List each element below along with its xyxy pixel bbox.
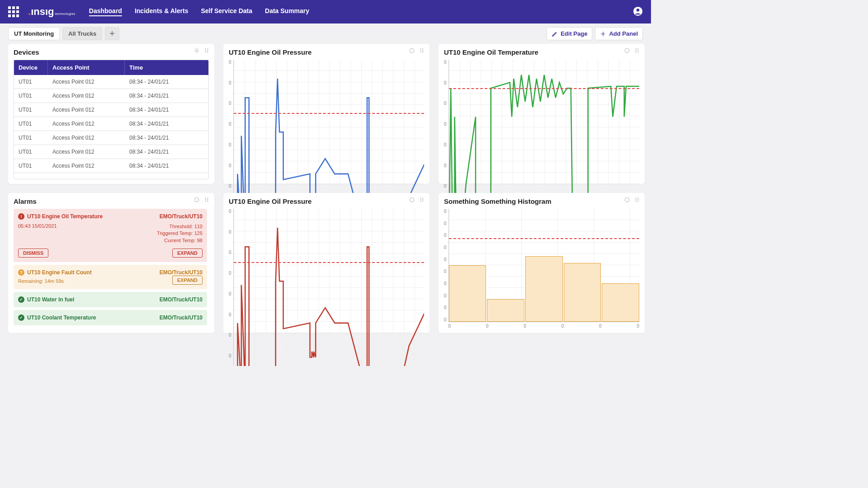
- svg-point-5: [205, 50, 206, 51]
- gear-icon[interactable]: [409, 197, 415, 203]
- alarm-detail: Triggered Temp: 125: [157, 230, 203, 237]
- svg-point-35: [420, 201, 421, 202]
- drag-icon[interactable]: [634, 47, 640, 54]
- table-row[interactable]: UT01Access Point 01208:34 - 24/01/21: [14, 75, 208, 89]
- devices-header: Device Access Point Time: [14, 60, 208, 75]
- nav-self-service[interactable]: Self Service Data: [201, 7, 252, 16]
- svg-point-28: [205, 201, 206, 202]
- dismiss-button[interactable]: DISMISS: [18, 249, 48, 258]
- svg-point-15: [422, 52, 423, 52]
- alarm-detail: Threshold: 110: [157, 223, 203, 230]
- table-row[interactable]: UT01Access Point 01208:34 - 24/01/21: [14, 159, 208, 173]
- devices-title: Devices: [14, 48, 209, 56]
- apps-icon[interactable]: [8, 6, 19, 17]
- alarm-time: 05:43 15/01/2021: [18, 223, 57, 244]
- tab-all-trucks[interactable]: All Trucks: [62, 27, 102, 40]
- drag-icon[interactable]: [203, 197, 210, 203]
- table-row[interactable]: UT01Access Point 01208:34 - 24/01/21: [14, 103, 208, 117]
- svg-point-2: [196, 50, 198, 52]
- svg-point-37: [625, 197, 629, 202]
- chart-oil-pressure: UT10 Engine Oil Pressure 0000000000 0000…: [223, 44, 429, 184]
- svg-point-36: [422, 201, 423, 202]
- svg-point-6: [207, 50, 208, 51]
- table-row[interactable]: UT01Access Point 01208:34 - 24/01/21: [14, 117, 208, 131]
- alarm-path: EMO/Truck/UT10: [160, 213, 203, 220]
- svg-point-7: [205, 52, 206, 52]
- devices-body[interactable]: UT01Access Point 01208:34 - 24/01/21UT01…: [14, 75, 208, 179]
- drag-icon[interactable]: [634, 197, 640, 203]
- status-icon: ?: [18, 269, 24, 276]
- svg-point-24: [205, 197, 206, 198]
- svg-point-43: [637, 201, 638, 202]
- svg-point-25: [207, 197, 208, 198]
- histo-bar: [564, 263, 601, 322]
- svg-point-10: [420, 48, 421, 49]
- pencil-icon: [552, 31, 558, 37]
- logo-text: ınsıg: [31, 6, 54, 18]
- drag-icon[interactable]: [419, 47, 425, 54]
- svg-point-14: [420, 52, 421, 52]
- alarm-remaining: Remaining: 14m 59s: [18, 278, 64, 284]
- alarms-panel: Alarms !UT10 Engine Oil TemperatureEMO/T…: [8, 193, 214, 333]
- nav-data-summary[interactable]: Data Summary: [265, 7, 309, 16]
- alarm-title: UT10 Coolant Temperature: [27, 314, 96, 321]
- user-icon[interactable]: [633, 6, 643, 18]
- alarm-title: UT10 Engine Fault Count: [27, 269, 92, 276]
- header: .ınsıgtechnologies Dashboard Incidents &…: [0, 0, 651, 23]
- plus-icon: [600, 31, 606, 37]
- svg-point-31: [420, 197, 421, 198]
- nav-dashboard[interactable]: Dashboard: [89, 7, 122, 16]
- add-panel-button[interactable]: Add Panel: [595, 27, 643, 40]
- svg-point-17: [636, 48, 637, 49]
- tab-add[interactable]: [105, 27, 119, 40]
- nav: Dashboard Incidents & Alerts Self Servic…: [89, 7, 309, 16]
- gear-icon[interactable]: [624, 47, 630, 54]
- svg-point-16: [625, 48, 629, 52]
- drag-icon[interactable]: [419, 197, 425, 203]
- add-panel-label: Add Panel: [609, 30, 638, 37]
- histo-bar: [487, 299, 524, 322]
- gear-icon[interactable]: [409, 47, 415, 54]
- table-row[interactable]: UT01Access Point 01208:34 - 24/01/21: [14, 145, 208, 159]
- histo-plot: [448, 209, 639, 322]
- svg-point-8: [207, 52, 208, 52]
- svg-point-34: [422, 199, 423, 200]
- table-row[interactable]: UT01Access Point 01208:34 - 24/01/21: [14, 131, 208, 145]
- nav-incidents[interactable]: Incidents & Alerts: [135, 7, 189, 16]
- gear-icon[interactable]: [193, 197, 200, 203]
- svg-point-13: [422, 50, 423, 51]
- tab-ut-monitoring[interactable]: UT Monitoring: [8, 27, 60, 40]
- svg-point-27: [207, 199, 208, 200]
- histo-bar: [602, 283, 639, 322]
- expand-button[interactable]: EXPAND: [172, 276, 203, 285]
- table-row[interactable]: UT01Access Point 01208:34 - 24/01/21: [14, 89, 208, 103]
- alarms-title: Alarms: [14, 197, 209, 205]
- histo-bar: [525, 256, 563, 322]
- svg-point-23: [194, 197, 198, 202]
- svg-point-1: [637, 9, 639, 11]
- expand-button[interactable]: EXPAND: [172, 249, 203, 258]
- col-device: Device: [14, 60, 48, 75]
- svg-point-3: [205, 48, 206, 49]
- col-time: Time: [125, 60, 208, 75]
- svg-point-11: [422, 48, 423, 49]
- svg-point-40: [636, 199, 637, 200]
- chart3-plot: [233, 209, 424, 366]
- svg-point-29: [207, 201, 208, 202]
- logo-sub: technologies: [55, 12, 75, 15]
- chart3-title: UT10 Engine Oil Pressure: [229, 197, 424, 205]
- edit-page-button[interactable]: Edit Page: [547, 27, 592, 40]
- svg-point-18: [637, 48, 638, 49]
- chart-oil-temp: UT10 Engine Oil Temperature 0000000000 0…: [439, 44, 645, 184]
- drag-icon[interactable]: [203, 47, 210, 54]
- gear-icon[interactable]: [193, 47, 200, 54]
- gear-icon[interactable]: [624, 197, 630, 203]
- svg-point-12: [420, 50, 421, 51]
- svg-point-30: [410, 197, 414, 202]
- alarm-item: ✓UT10 Coolant TemperatureEMO/Truck/UT10: [14, 310, 207, 325]
- alarm-path: EMO/Truck/UT10: [160, 314, 203, 321]
- svg-point-41: [637, 199, 638, 200]
- svg-point-38: [636, 197, 637, 198]
- svg-point-9: [410, 48, 414, 52]
- chart4-title: Something Something Histogram: [444, 197, 639, 205]
